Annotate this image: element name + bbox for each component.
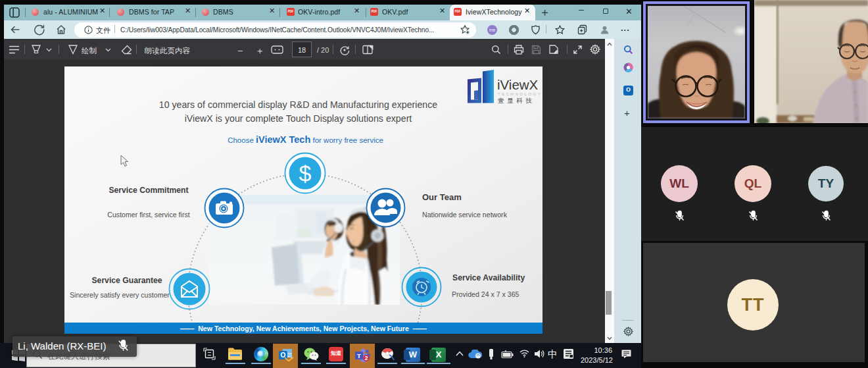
- svg-text:$: $: [299, 161, 312, 186]
- svg-text:T: T: [357, 352, 361, 359]
- svg-text:2: 2: [365, 355, 368, 361]
